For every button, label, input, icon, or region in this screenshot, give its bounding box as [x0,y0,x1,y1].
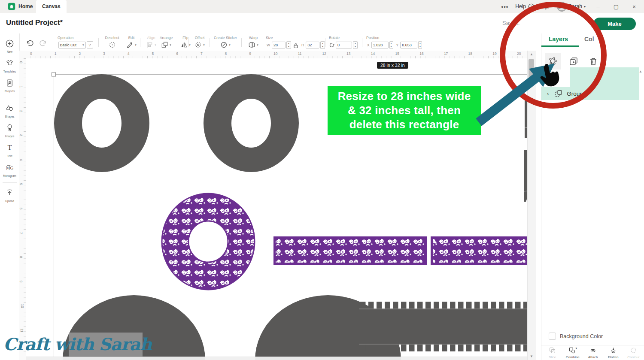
scroll-down-icon[interactable]: ▼ [530,354,533,358]
create-sticker-button[interactable]: Create Sticker ▾ [213,36,238,48]
tab-canvas-label: Canvas [42,3,61,9]
minimize-button[interactable]: – [592,3,604,10]
height-input[interactable] [306,42,319,48]
arrange-button[interactable]: Arrange ▾ [156,36,176,48]
operation-help-button[interactable]: ? [87,41,93,48]
size-tooltip: 28 in x 32 in [377,62,408,69]
ruler-number: 12 [322,51,326,56]
arrange-icon [161,41,168,48]
warp-button[interactable]: Warp ▾ [244,36,262,48]
panel-action-label: Slice [542,355,562,359]
ruler-number: 4 [19,159,23,161]
horizontal-scrollbar[interactable] [26,357,527,360]
svg-text:MG: MG [6,166,14,170]
position-label: Position [366,36,422,40]
make-button[interactable]: Make [593,18,636,30]
panel-action-slice: Slice [542,345,562,360]
ruler-number: 0 [19,61,23,64]
panel-action-contour: Contour [623,345,644,360]
size-label: Size [266,36,326,40]
canvas-shape-donut[interactable] [204,74,299,172]
ruler-number: 16 [419,51,423,56]
position-x-input[interactable] [371,42,389,48]
rotate-label: Rotate [329,36,362,40]
deselect-icon [109,41,116,48]
canvas-shape-side-strip[interactable] [524,150,527,202]
pencil-icon [126,41,134,48]
canvas-shape-fringe-box[interactable] [359,302,527,351]
panel-action-combine[interactable]: ▾Combine [562,345,583,360]
position-x-stepper[interactable]: ▲▼ [389,41,393,49]
watermark-text: Craft with Sarah [3,334,152,354]
sidebar-divider [3,182,17,183]
undo-button[interactable] [26,39,34,47]
svg-text:T: T [8,144,12,151]
ruler-number: 19 [492,51,496,56]
sidebar-item-shapes[interactable]: Shapes [0,104,19,118]
canvas-shape-donut[interactable] [54,74,149,172]
overflow-menu-icon[interactable]: ••• [501,3,509,10]
offset-icon [194,41,202,48]
sidebar-item-label: Projects [0,90,19,93]
width-stepper[interactable]: ▲▼ [286,41,291,49]
ruler-number: 7 [200,51,203,56]
ruler-number: 17 [444,51,448,56]
canvas-shape-filigree-strip[interactable] [273,236,427,265]
ruler-number: 5 [19,183,23,185]
sidebar-item-projects[interactable]: Projects [0,79,19,93]
ruler-number: 18 [468,51,472,56]
contour-icon [630,348,637,355]
ruler-number: 6 [19,207,23,209]
rotate-stepper[interactable]: ▲▼ [353,41,358,49]
panel-action-flatten[interactable]: Flatten [603,345,623,360]
offset-button[interactable]: Offset ▾ [190,36,209,48]
flip-icon [180,41,188,48]
sidebar-item-new[interactable]: New [0,39,19,53]
lock-icon[interactable] [293,42,298,48]
chevron-down-icon: ▾ [584,5,586,9]
rotate-input[interactable] [336,42,352,48]
redo-button[interactable] [39,39,47,47]
ruler-number: 9 [249,51,251,56]
position-y-input[interactable] [400,42,417,48]
panel-action-attach[interactable]: Attach [583,345,603,360]
ruler-number: 14 [371,51,375,56]
ruler-number: 10 [20,304,24,308]
position-y-stepper[interactable]: ▲▼ [418,41,422,49]
flatten-icon [610,348,617,355]
sidebar-item-label: New [0,50,19,53]
edit-button[interactable]: Edit ▾ [124,36,139,48]
height-stepper[interactable]: ▲▼ [320,41,325,49]
background-color-checkbox[interactable] [549,333,556,340]
ruler-number: 3 [19,134,23,136]
sidebar-divider [3,98,17,98]
selection-handle[interactable] [52,73,56,76]
tab-home-label: Home [18,3,33,9]
sidebar-item-text[interactable]: TText [0,143,19,157]
deselect-button[interactable]: Deselect [102,36,122,48]
canvas-shape-filigree-strip[interactable] [431,236,527,265]
width-input[interactable] [272,42,286,48]
close-button[interactable]: × [629,3,640,10]
sidebar-item-templates[interactable]: Templates [0,59,19,73]
projects-icon [5,82,14,89]
maximize-button[interactable]: ▢ [611,3,622,10]
ruler-corner [19,51,26,59]
annotation-note: Resize to 28 inches wide & 32 inches tal… [328,86,481,135]
operation-select[interactable]: Basic Cut▾ [58,42,86,48]
sidebar-item-images[interactable]: Images [0,124,19,138]
panel-scroll-up-icon[interactable]: ▲ [639,70,642,73]
warp-icon [248,41,255,48]
ruler-number: 1 [55,51,57,56]
sidebar-item-monogram[interactable]: MGMonogram [0,163,19,177]
tab-canvas[interactable]: Canvas [36,0,67,13]
page-title: Untitled Project* [6,18,63,27]
background-color-label: Background Color [560,333,603,339]
create-sticker-icon [220,41,228,48]
tab-home[interactable]: Home [2,0,39,13]
upload-icon [5,191,14,199]
layer-actions-bar: Slice▾CombineAttachFlattenContour [542,345,644,360]
ruler-number: 1 [19,85,23,88]
ruler-number: 15 [395,51,399,56]
sidebar-item-upload[interactable]: Upload [0,188,19,203]
